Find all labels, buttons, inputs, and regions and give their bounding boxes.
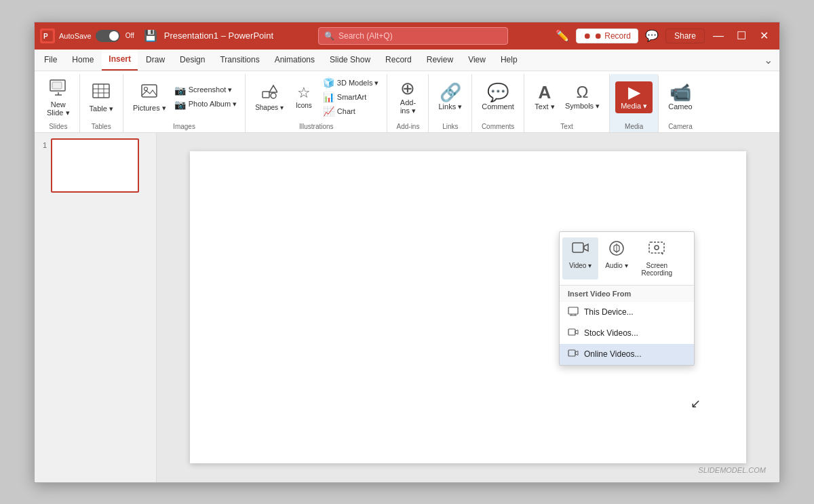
tab-animations[interactable]: Animations (268, 50, 322, 71)
icons-icon: ☆ (297, 85, 311, 100)
images-col: 📷 Screenshot ▾ 📷 Photo Album ▾ (172, 83, 239, 111)
minimize-button[interactable]: — (709, 26, 728, 45)
tables-group-label: Tables (92, 121, 111, 132)
links-icon: 🔗 (440, 83, 461, 101)
comment-icon[interactable]: 💬 (642, 26, 661, 45)
audio-dropdown-item[interactable]: Audio ▾ (598, 237, 634, 279)
new-slide-label: NewSlide ▾ (47, 100, 70, 117)
3d-models-icon: 🧊 (323, 77, 334, 88)
media-button[interactable]: ▶ Media ▾ (615, 81, 653, 113)
search-icon: 🔍 (324, 31, 334, 41)
photo-album-button[interactable]: 📷 Photo Album ▾ (172, 98, 239, 111)
3d-models-label: 3D Models ▾ (337, 79, 379, 88)
smartart-button[interactable]: 📊 SmartArt (320, 90, 382, 104)
symbols-button[interactable]: Ω Symbols ▾ (561, 81, 604, 113)
svg-rect-5 (52, 82, 62, 89)
text-group-label: Text (560, 121, 573, 132)
ribbon-tab-bar: File Home Insert Draw Design Transitions… (35, 50, 779, 71)
slides-group-label: Slides (49, 121, 67, 132)
links-group: 🔗 Links ▾ Links (429, 74, 472, 132)
tab-view[interactable]: View (461, 50, 492, 71)
new-slide-icon (49, 77, 68, 99)
screenshot-label: Screenshot ▾ (189, 85, 233, 94)
main-area: 1 Video ▾ (35, 133, 779, 482)
title-bar: P AutoSave Off 💾 Presentation1 – PowerPo… (35, 22, 779, 50)
addins-label: Add-ins ▾ (400, 98, 416, 115)
comment-icon: 💬 (487, 83, 509, 101)
illustrations-group-label: Illustrations (299, 121, 334, 132)
cameo-button[interactable]: 📹 Cameo (664, 81, 696, 113)
smartart-label: SmartArt (337, 93, 366, 101)
table-button[interactable]: Table ▾ (85, 79, 117, 116)
ribbon-expand-button[interactable]: ⌄ (760, 52, 777, 68)
ribbon: File Home Insert Draw Design Transitions… (35, 50, 779, 133)
tab-record[interactable]: Record (379, 50, 419, 71)
this-device-label: This Device... (584, 307, 634, 317)
photo-album-icon: 📷 (174, 99, 186, 110)
table-icon (92, 81, 111, 103)
addins-button[interactable]: ⊕ Add-ins ▾ (393, 77, 423, 118)
comment-button[interactable]: 💬 Comment (478, 81, 518, 113)
save-icon[interactable]: 💾 (144, 29, 157, 42)
chart-button[interactable]: 📈 Chart (320, 104, 382, 118)
audio-label: Audio ▾ (605, 262, 627, 269)
media-dropdown: Video ▾ Audio ▾ ScreenRecording (559, 231, 695, 366)
new-slide-button[interactable]: NewSlide ▾ (43, 75, 74, 120)
tab-home[interactable]: Home (65, 50, 100, 71)
tab-help[interactable]: Help (494, 50, 524, 71)
slide-thumbnail[interactable] (51, 138, 139, 193)
screenshot-button[interactable]: 📷 Screenshot ▾ (172, 83, 239, 97)
screenshot-icon: 📷 (174, 85, 186, 96)
slide-thumb-container: 1 (37, 138, 153, 193)
pen-icon[interactable]: ✏️ (553, 26, 572, 45)
3d-models-button[interactable]: 🧊 3D Models ▾ (320, 76, 382, 90)
pictures-icon (140, 82, 158, 102)
tab-slideshow[interactable]: Slide Show (323, 50, 377, 71)
autosave-label: AutoSave (59, 32, 92, 40)
slides-group: NewSlide ▾ Slides (37, 74, 80, 132)
links-button[interactable]: 🔗 Links ▾ (434, 81, 466, 114)
maximize-button[interactable]: ☐ (732, 26, 751, 45)
this-device-item[interactable]: This Device... (560, 302, 694, 323)
chart-icon: 📈 (323, 106, 334, 117)
svg-point-21 (655, 246, 659, 250)
window-title: Presentation1 – PowerPoint (164, 31, 273, 41)
pictures-button[interactable]: Pictures ▾ (129, 79, 170, 115)
comment-label: Comment (482, 102, 514, 111)
tab-transitions[interactable]: Transitions (213, 50, 266, 71)
cameo-label: Cameo (668, 102, 692, 111)
svg-marker-17 (584, 244, 588, 251)
online-videos-item[interactable]: Online Videos... (560, 344, 694, 365)
svg-marker-14 (269, 85, 277, 92)
search-bar[interactable]: 🔍 (318, 27, 508, 45)
comments-group: 💬 Comment Comments (472, 74, 524, 132)
svg-rect-6 (93, 84, 109, 98)
share-button[interactable]: Share (665, 28, 705, 43)
close-button[interactable]: ✕ (755, 26, 774, 45)
stock-videos-item[interactable]: Stock Videos... (560, 323, 694, 344)
online-videos-icon (568, 349, 579, 360)
slide-canvas: Video ▾ Audio ▾ ScreenRecording (157, 133, 779, 482)
tab-insert[interactable]: Insert (102, 50, 138, 71)
shapes-button[interactable]: Shapes ▾ (251, 81, 288, 114)
search-input[interactable] (338, 31, 502, 41)
screen-recording-label: ScreenRecording (642, 262, 673, 277)
stock-videos-label: Stock Videos... (584, 328, 638, 338)
this-device-icon (568, 307, 579, 318)
video-dropdown-item[interactable]: Video ▾ (562, 237, 598, 279)
photo-album-label: Photo Album ▾ (189, 100, 237, 109)
app-logo: P (40, 28, 55, 43)
icons-button[interactable]: ☆ Icons (289, 83, 319, 112)
tab-design[interactable]: Design (173, 50, 212, 71)
autosave-toggle[interactable] (96, 30, 120, 42)
tab-review[interactable]: Review (420, 50, 460, 71)
tab-draw[interactable]: Draw (139, 50, 172, 71)
text-button[interactable]: A Text ▾ (530, 81, 560, 114)
media-dropdown-top: Video ▾ Audio ▾ ScreenRecording (560, 232, 694, 286)
table-label: Table ▾ (90, 104, 113, 113)
tab-file[interactable]: File (37, 50, 64, 71)
record-button[interactable]: ⏺ ⏺ Record (576, 28, 638, 43)
screen-recording-dropdown-item[interactable]: ScreenRecording (635, 237, 680, 279)
smartart-icon: 📊 (323, 92, 334, 102)
online-videos-label: Online Videos... (584, 349, 642, 359)
